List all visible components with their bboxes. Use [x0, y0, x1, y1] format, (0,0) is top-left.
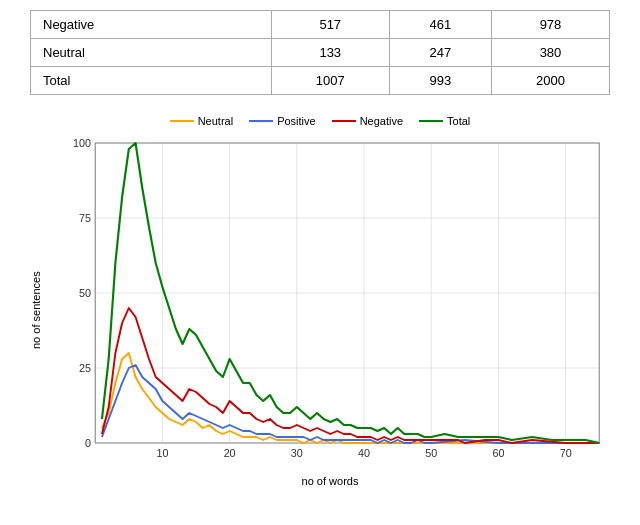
chart-container: NeutralPositiveNegativeTotal no of sente…	[30, 115, 610, 487]
legend-color-negative	[332, 120, 356, 122]
table-cell: 461	[389, 11, 491, 39]
svg-text:60: 60	[492, 448, 504, 459]
svg-text:70: 70	[560, 448, 572, 459]
table-cell: 993	[389, 67, 491, 95]
legend-color-total	[419, 120, 443, 122]
y-axis-label: no of sentences	[30, 133, 48, 487]
legend-item-neutral: Neutral	[170, 115, 233, 127]
svg-text:30: 30	[291, 448, 303, 459]
legend-item-positive: Positive	[249, 115, 316, 127]
legend-label-negative: Negative	[360, 115, 403, 127]
table-cell: 133	[271, 39, 389, 67]
svg-text:100: 100	[73, 138, 91, 149]
x-axis-label: no of words	[50, 475, 610, 487]
legend-color-neutral	[170, 120, 194, 122]
svg-text:10: 10	[156, 448, 168, 459]
table-cell: 1007	[271, 67, 389, 95]
summary-table: Negative517461978Neutral133247380Total10…	[30, 10, 610, 95]
line-chart: 025507510010203040506070	[50, 133, 610, 473]
svg-text:50: 50	[425, 448, 437, 459]
table-cell: 2000	[491, 67, 609, 95]
svg-text:75: 75	[79, 213, 91, 224]
table-cell: 247	[389, 39, 491, 67]
svg-text:50: 50	[79, 288, 91, 299]
table-cell: Neutral	[31, 39, 272, 67]
svg-text:40: 40	[358, 448, 370, 459]
table-cell: Negative	[31, 11, 272, 39]
legend-label-neutral: Neutral	[198, 115, 233, 127]
table-cell: 380	[491, 39, 609, 67]
table-cell: Total	[31, 67, 272, 95]
svg-text:25: 25	[79, 363, 91, 374]
legend-label-positive: Positive	[277, 115, 316, 127]
table-cell: 978	[491, 11, 609, 39]
svg-text:0: 0	[85, 438, 91, 449]
legend-label-total: Total	[447, 115, 470, 127]
svg-text:20: 20	[224, 448, 236, 459]
legend-color-positive	[249, 120, 273, 122]
chart-legend: NeutralPositiveNegativeTotal	[30, 115, 610, 127]
legend-item-total: Total	[419, 115, 470, 127]
table-cell: 517	[271, 11, 389, 39]
legend-item-negative: Negative	[332, 115, 403, 127]
